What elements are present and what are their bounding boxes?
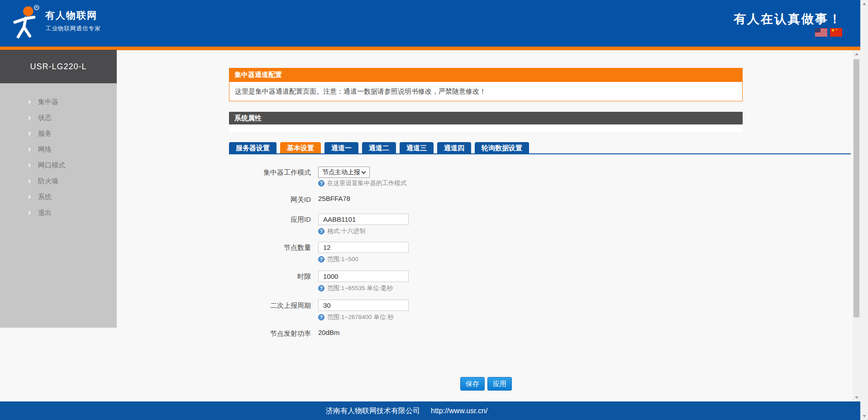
scrollbar-thumb[interactable] [854,59,859,317]
section-title: 系统属性 [229,112,743,124]
help-icon [318,180,324,186]
sidebar-item-label: 状态 [38,110,52,125]
sidebar-item-label: 网络 [38,141,52,157]
usr-logo-icon: R [7,4,41,43]
scroll-down-button[interactable] [853,394,860,401]
sidebar-item-label: 防火墙 [38,173,58,189]
node-count-help: 范围:1~500 [318,256,358,263]
help-text: 范围:1~65535 单位:毫秒 [327,284,393,292]
sidebar-item-label: 退出 [38,205,52,220]
help-text: 范围:1~2678400 单位:秒 [327,313,394,321]
node-count-input[interactable] [318,242,409,253]
sidebar-item-logout[interactable]: › 退出 [0,205,117,220]
sidebar-item-services[interactable]: › 服务 [0,125,117,141]
app-id-input[interactable] [318,214,409,225]
footer-content: 济南有人物联网技术有限公司 http://www.usr.cn/ [326,401,487,420]
brand-name: 有人物联网 [45,9,97,22]
apply-button[interactable]: 应用 [487,377,512,391]
us-flag-icon[interactable] [815,28,827,37]
sidebar-item-network[interactable]: › 网络 [0,141,117,157]
second-report-period-label: 二次上报周期 [202,301,311,310]
work-mode-help: 在这里设置集中器的工作模式 [318,180,407,187]
time-slot-label: 时隙 [202,272,311,281]
inner-scrollbar[interactable] [853,50,860,401]
sidebar-item-label: 集中器 [38,94,58,110]
gateway-id-value: 25BFFA78 [318,195,350,202]
tab-server-settings[interactable]: 服务器设置 [229,142,277,153]
sidebar-item-firewall[interactable]: › 防火墙 [0,173,117,189]
help-icon [318,228,324,234]
sidebar-item-port-mode[interactable]: › 网口模式 [0,157,117,173]
svg-text:R: R [35,5,38,10]
help-icon [318,285,324,291]
page-notice: 这里是集中器通道配置页面。注意：通道一数据请参照说明书修改，严禁随意修改！ [229,81,743,101]
arrow-down-icon [863,415,866,417]
app-id-label: 应用ID [202,215,311,224]
outer-scrollbar[interactable] [860,0,868,420]
scroll-up-button[interactable] [853,50,860,58]
settings-tabs: 服务器设置 基本设置 通道一 通道二 通道三 通道四 轮询数据设置 [229,142,529,153]
main-workspace [0,50,860,401]
chevron-right-icon: › [28,141,31,157]
tab-channel-2[interactable]: 通道二 [362,142,396,153]
work-mode-selected-value: 节点主动上报 [322,168,360,176]
section-spacer [229,124,743,132]
chevron-right-icon: › [28,157,31,173]
page-title: 集中器通道配置 [229,68,743,81]
scroll-up-button[interactable] [860,0,868,8]
device-model-title: USR-LG220-L [0,50,117,83]
chevron-right-icon: › [28,173,31,189]
node-tx-power-value: 20dBm [318,329,340,336]
footer-company: 济南有人物联网技术有限公司 [326,401,420,420]
brand-tagline: 工业物联网通信专家 [46,25,101,33]
chevron-right-icon: › [28,94,31,110]
sidebar-item-system[interactable]: › 系统 [0,189,117,205]
chevron-right-icon: › [28,189,31,205]
work-mode-label: 集中器工作模式 [202,168,311,177]
sidebar-item-status[interactable]: › 状态 [0,110,117,125]
sidebar-item-label: 服务 [38,125,52,141]
footer-url-link[interactable]: http://www.usr.cn/ [431,401,487,420]
arrow-down-icon [855,396,858,399]
node-tx-power-label: 节点发射功率 [202,329,311,338]
top-header: R 有人物联网 工业物联网通信专家 有人在认真做事！ [0,0,860,47]
chevron-right-icon: › [28,125,31,141]
tab-channel-3[interactable]: 通道三 [400,142,434,153]
header-slogan: 有人在认真做事！ [734,11,842,27]
language-switcher [815,28,842,37]
node-count-label: 节点数量 [202,243,311,252]
time-slot-help: 范围:1~65535 单位:毫秒 [318,285,393,292]
sidebar-item-concentrator[interactable]: › 集中器 [0,94,117,110]
arrow-up-icon [863,3,866,5]
help-icon [318,256,324,262]
gateway-id-label: 网关ID [202,196,311,204]
tab-basic-settings[interactable]: 基本设置 [280,142,321,153]
second-report-period-help: 范围:1~2678400 单位:秒 [318,314,394,321]
help-text: 范围:1~500 [327,255,358,263]
help-text: 格式:十六进制 [327,227,366,235]
tab-channel-4[interactable]: 通道四 [437,142,471,153]
sidebar-item-label: 网口模式 [38,157,65,173]
app-id-help: 格式:十六进制 [318,228,366,235]
tab-poll-data-settings[interactable]: 轮询数据设置 [475,142,529,153]
chevron-right-icon: › [28,205,31,220]
header-accent-stripe [0,47,860,50]
help-text: 在这里设置集中器的工作模式 [327,179,407,187]
sidebar-item-label: 系统 [38,189,52,205]
work-mode-select[interactable]: 节点主动上报 [318,167,370,178]
chevron-right-icon: › [28,110,31,125]
save-button[interactable]: 保存 [460,377,485,391]
arrow-up-icon [855,53,858,55]
tab-channel-1[interactable]: 通道一 [324,142,358,153]
chevron-down-icon [362,170,366,174]
scroll-down-button[interactable] [860,412,868,420]
help-icon [318,314,324,320]
sidebar-nav: › 集中器 › 状态 › 服务 › 网络 › 网口模式 › 防火墙 › 系统 ›… [0,83,117,328]
second-report-period-input[interactable] [318,300,409,311]
cn-flag-icon[interactable] [830,28,842,37]
footer-bar: 济南有人物联网技术有限公司 http://www.usr.cn/ [0,401,860,420]
tabs-underline [229,153,851,154]
time-slot-input[interactable] [318,271,409,282]
